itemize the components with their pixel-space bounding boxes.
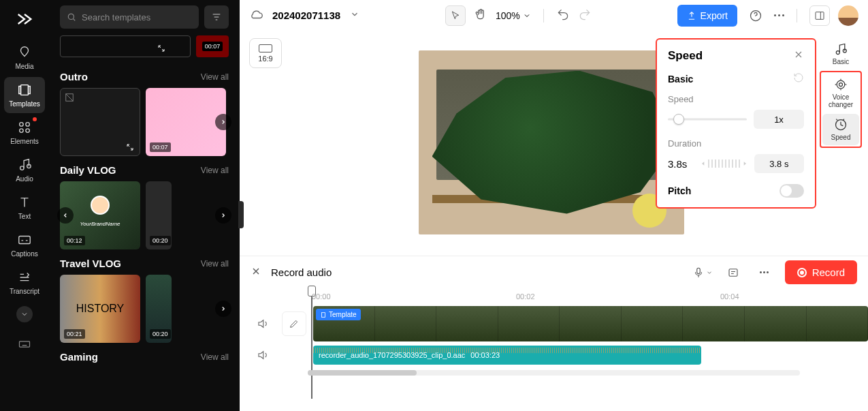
speed-label: Speed: [668, 94, 804, 104]
svg-rect-10: [20, 341, 30, 347]
template-thumb-small[interactable]: 00:07: [196, 35, 229, 57]
more-button[interactable]: [754, 262, 775, 284]
view-all-link[interactable]: View all: [201, 166, 229, 175]
speed-value[interactable]: 1x: [754, 110, 804, 129]
svg-point-11: [68, 14, 74, 19]
avatar[interactable]: [838, 5, 858, 26]
project-title[interactable]: 202402071138: [272, 10, 340, 21]
chevron-down-icon[interactable]: [350, 10, 359, 22]
pitch-label: Pitch: [668, 185, 691, 196]
avatar: [91, 196, 110, 215]
right-rail: Basic Voice changer Speed: [820, 38, 861, 246]
template-thumb[interactable]: 00:20: [146, 275, 172, 343]
timeline-scrollbar[interactable]: [308, 370, 800, 376]
duration-label: Duration: [668, 138, 804, 149]
carousel-next[interactable]: [215, 114, 231, 130]
redo-button[interactable]: [578, 7, 592, 24]
svg-point-18: [837, 80, 845, 89]
pointer-tool[interactable]: [445, 5, 466, 26]
volume-icon[interactable]: [251, 311, 275, 336]
audio-track[interactable]: recorder_audio_1707295303925_clip_0.aac …: [313, 346, 868, 365]
cloud-icon[interactable]: [249, 7, 264, 25]
record-bar: Record audio Record: [240, 256, 868, 288]
rail-templates[interactable]: Templates: [4, 77, 45, 113]
svg-rect-9: [19, 237, 31, 244]
panel-title: Speed: [668, 49, 703, 63]
duration-value[interactable]: 3.8 s: [754, 154, 804, 173]
basic-label: Basic: [668, 74, 693, 85]
audio-clip[interactable]: recorder_audio_1707295303925_clip_0.aac …: [313, 346, 701, 365]
rr-basic[interactable]: Basic: [822, 38, 859, 70]
template-thumb[interactable]: 00:07: [146, 88, 226, 156]
svg-point-5: [20, 129, 24, 133]
rail-elements[interactable]: Elements: [4, 115, 45, 151]
zoom-level[interactable]: 100%: [496, 10, 531, 21]
section-title: Travel VLOG: [60, 258, 121, 269]
speed-panel: Speed Basic Speed 1x Duration 3.8s 3.8 s…: [656, 38, 816, 209]
carousel-next[interactable]: [215, 207, 231, 224]
brand-name: YourBrandName: [80, 221, 120, 227]
rr-speed[interactable]: Speed: [822, 114, 859, 145]
templates-panel: Search templates 00:07 OutroView all 00:…: [49, 0, 240, 411]
svg-point-4: [26, 123, 30, 127]
duration-scrubber[interactable]: [701, 159, 748, 168]
app-logo[interactable]: [14, 8, 35, 30]
speed-slider[interactable]: [668, 114, 747, 125]
volume-icon[interactable]: [251, 343, 275, 367]
undo-button[interactable]: [556, 7, 570, 24]
section-daily-vlog: Daily VLOGView all YourBrandName 00:12 0…: [60, 164, 229, 249]
broken-image-icon: [65, 93, 74, 102]
panel-toggle[interactable]: [809, 5, 830, 26]
close-icon[interactable]: [251, 266, 261, 279]
playhead[interactable]: [308, 286, 316, 399]
preview-image: [419, 50, 684, 234]
template-thumb[interactable]: [60, 35, 191, 57]
rr-highlight: Voice changer Speed: [820, 71, 862, 148]
svg-point-6: [26, 129, 30, 133]
reset-icon[interactable]: [793, 72, 804, 86]
rail-text[interactable]: Text: [4, 189, 45, 226]
svg-rect-14: [816, 12, 824, 19]
carousel-prev[interactable]: [57, 207, 74, 224]
teleprompter-icon[interactable]: [722, 262, 744, 284]
pitch-toggle[interactable]: [779, 184, 804, 198]
video-clip[interactable]: [313, 306, 868, 341]
rail-transcript[interactable]: Transcript: [4, 264, 45, 301]
close-icon[interactable]: [793, 49, 804, 63]
rail-keyboard-icon[interactable]: [16, 336, 33, 352]
expand-icon: [126, 143, 134, 151]
view-all-link[interactable]: View all: [201, 352, 229, 362]
svg-rect-2: [29, 87, 31, 94]
section-title: Daily VLOG: [60, 164, 116, 176]
rr-voice-changer[interactable]: Voice changer: [822, 74, 859, 112]
carousel-next[interactable]: [215, 301, 231, 317]
more-button[interactable]: [774, 14, 784, 16]
timeline-ruler[interactable]: 00:00 00:02 00:04: [308, 288, 868, 306]
section-outro: OutroView all 00:07: [60, 71, 229, 156]
template-thumb[interactable]: 00:20: [146, 181, 172, 249]
mic-select[interactable]: [692, 267, 713, 279]
record-button[interactable]: Record: [785, 260, 857, 284]
rail-more[interactable]: [16, 306, 33, 322]
template-tag: Template: [316, 309, 361, 320]
rail-audio[interactable]: Audio: [4, 152, 45, 188]
search-input[interactable]: Search templates: [60, 5, 199, 29]
rail-captions[interactable]: Captions: [4, 227, 45, 263]
edit-icon[interactable]: [282, 311, 306, 336]
svg-rect-0: [21, 85, 29, 95]
view-all-link[interactable]: View all: [201, 72, 229, 82]
export-button[interactable]: Export: [677, 5, 737, 27]
filter-button[interactable]: [204, 5, 229, 29]
aspect-ratio-button[interactable]: 16:9: [249, 38, 282, 68]
video-track-row: Template: [240, 306, 868, 341]
help-button[interactable]: [745, 5, 766, 26]
section-title: Gaming: [60, 351, 98, 363]
template-thumb[interactable]: [60, 88, 140, 156]
svg-rect-20: [696, 268, 700, 273]
main-area: 202402071138 100% Export 16:9 Basic: [240, 0, 868, 411]
template-thumb[interactable]: HISTORY 00:21: [60, 275, 140, 343]
video-track[interactable]: Template: [313, 306, 868, 341]
rail-media[interactable]: Media: [4, 40, 45, 76]
view-all-link[interactable]: View all: [201, 259, 229, 269]
hand-tool[interactable]: [474, 7, 487, 24]
